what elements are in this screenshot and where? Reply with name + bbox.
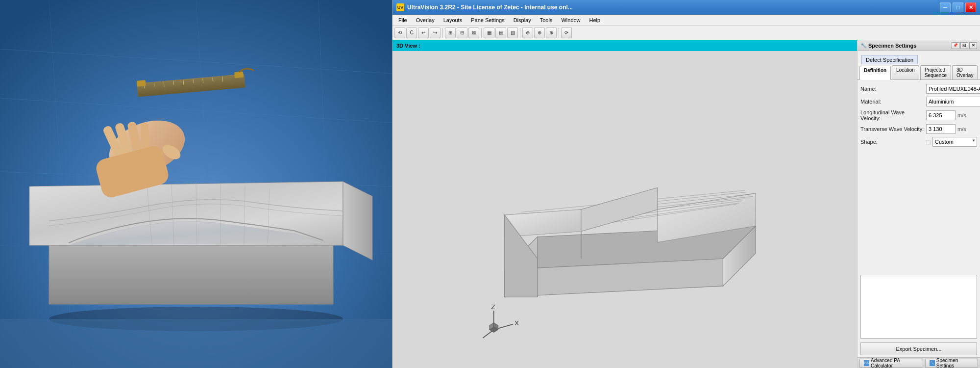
svg-line-30	[193, 79, 194, 83]
menu-file[interactable]: File	[394, 16, 411, 24]
settings-form: Name: Material: 📂 Longitudinal Wave Velo…	[858, 80, 980, 273]
app-window: UV UltraVision 3.2R2 - Site License of Z…	[392, 0, 980, 368]
settings-title-bar: 🔧 Specimen Settings 📌 ◱ ✕	[858, 40, 980, 51]
toolbar-separator-4	[559, 28, 559, 38]
tab-row: Definition Location Projected Sequence 3…	[858, 65, 980, 80]
shape-select[interactable]: Custom Flat Cylinder Pipe Sphere	[932, 137, 977, 147]
toolbar-separator-1	[442, 28, 443, 38]
menu-tools[interactable]: Tools	[536, 16, 557, 24]
menu-display[interactable]: Display	[510, 16, 535, 24]
toolbar-btn-5[interactable]: ⊞	[445, 27, 456, 38]
specimen-settings-label: Specimen Settings	[936, 358, 974, 368]
settings-title-controls: 📌 ◱ ✕	[952, 42, 977, 49]
settings-float-btn[interactable]: ◱	[960, 42, 968, 49]
bottom-tab-bar: PA Advanced PA Calculator 🔧 Specimen Set…	[858, 357, 980, 368]
minimize-button[interactable]: ─	[940, 2, 951, 12]
shape-icon: ⬚	[926, 139, 931, 145]
view-3d-content[interactable]: X Z	[392, 51, 857, 368]
toolbar-btn-10[interactable]: ▧	[507, 27, 518, 38]
advanced-pa-label: Advanced PA Calculator	[871, 358, 919, 368]
material-row: Material: 📂	[860, 97, 977, 106]
settings-panel-title: Specimen Settings	[868, 43, 916, 49]
svg-rect-34	[137, 80, 146, 87]
shape-select-wrapper: Custom Flat Cylinder Pipe Sphere ▼	[932, 137, 977, 147]
name-input[interactable]	[926, 84, 980, 94]
app-title: UltraVision 3.2R2 - Site License of Zete…	[407, 4, 573, 11]
toolbar-separator-3	[520, 28, 520, 38]
main-content: 3D View :	[392, 40, 980, 368]
photo-container	[0, 0, 392, 368]
advanced-pa-icon: PA	[864, 360, 869, 366]
settings-close-btn[interactable]: ✕	[969, 42, 977, 49]
tab-location[interactable]: Location	[892, 65, 919, 79]
svg-rect-37	[0, 319, 392, 368]
advanced-pa-tab[interactable]: PA Advanced PA Calculator	[859, 359, 923, 368]
svg-text:Z: Z	[491, 303, 495, 311]
view-3d-label: 3D View :	[396, 43, 420, 49]
menu-bar: File Overlay Layouts Pane Settings Displ…	[392, 15, 980, 26]
svg-rect-35	[234, 72, 244, 79]
view-3d-header: 3D View :	[392, 40, 857, 51]
menu-help[interactable]: Help	[586, 16, 605, 24]
toolbar-btn-2[interactable]: C	[406, 27, 417, 38]
tab-definition[interactable]: Definition	[859, 66, 891, 80]
defect-specification-tab[interactable]: Defect Specification	[861, 55, 918, 64]
title-bar: UV UltraVision 3.2R2 - Site License of Z…	[392, 0, 980, 15]
toolbar-btn-13[interactable]: ⊕	[546, 27, 557, 38]
shape-row: Shape: ⬚ Custom Flat Cylinder Pipe Spher…	[860, 137, 977, 147]
toolbar-btn-9[interactable]: ▤	[495, 27, 506, 38]
menu-overlay[interactable]: Overlay	[412, 16, 439, 24]
restore-button[interactable]: □	[953, 2, 963, 12]
long-wave-label: Longitudinal Wave Velocity:	[860, 109, 924, 121]
svg-line-26	[154, 83, 154, 87]
svg-marker-8	[49, 245, 333, 304]
specimen-settings-tab[interactable]: 🔧 Specimen Settings	[925, 359, 978, 368]
trans-wave-input[interactable]	[926, 124, 956, 134]
menu-pane-settings[interactable]: Pane Settings	[467, 16, 509, 24]
trans-wave-row: Transverse Wave Velocity: m/s	[860, 124, 977, 134]
defect-spec-section: Defect Specification	[858, 51, 980, 64]
specimen-settings-panel: 🔧 Specimen Settings 📌 ◱ ✕ Defect Specifi…	[858, 40, 980, 368]
close-button[interactable]: ✕	[965, 2, 976, 12]
menu-layouts[interactable]: Layouts	[440, 16, 466, 24]
name-row: Name:	[860, 84, 977, 94]
title-bar-left: UV UltraVision 3.2R2 - Site License of Z…	[396, 3, 573, 11]
toolbar-btn-1[interactable]: ⟲	[394, 27, 405, 38]
settings-pin-btn[interactable]: 📌	[952, 42, 959, 49]
long-wave-input[interactable]	[926, 110, 956, 120]
title-bar-controls: ─ □ ✕	[940, 2, 976, 12]
name-label: Name:	[860, 86, 924, 92]
toolbar-btn-6[interactable]: ⊟	[457, 27, 467, 38]
toolbar-btn-4[interactable]: ↪	[430, 27, 441, 38]
tab-3d-overlay[interactable]: 3D Overlay	[952, 65, 978, 79]
specimen-3d-view: X Z	[392, 51, 857, 368]
specimen-settings-icon: 🔧	[930, 360, 935, 366]
svg-text:X: X	[514, 319, 519, 327]
long-wave-unit: m/s	[957, 112, 970, 118]
trans-wave-unit: m/s	[957, 126, 970, 132]
shape-control: ⬚ Custom Flat Cylinder Pipe Sphere ▼	[926, 137, 977, 147]
shape-preview	[860, 275, 977, 339]
toolbar-btn-11[interactable]: ⊕	[522, 27, 533, 38]
svg-line-32	[213, 78, 213, 81]
app-icon: UV	[396, 3, 404, 11]
export-specimen-button[interactable]: Export Specimen...	[860, 342, 977, 355]
toolbar-btn-7[interactable]: ⊠	[468, 27, 479, 38]
toolbar: ⟲ C ↩ ↪ ⊞ ⊟ ⊠ ▦ ▤ ▧ ⊕ ⊕ ⊕ ⟳	[392, 26, 980, 40]
toolbar-btn-12[interactable]: ⊕	[534, 27, 545, 38]
tab-projected-sequence[interactable]: Projected Sequence	[920, 65, 951, 79]
material-label: Material:	[860, 99, 924, 105]
svg-line-28	[173, 81, 174, 85]
photo-panel	[0, 0, 392, 368]
material-input[interactable]	[926, 97, 980, 106]
view-3d-panel: 3D View :	[392, 40, 858, 368]
menu-window[interactable]: Window	[557, 16, 584, 24]
shape-label: Shape:	[860, 139, 924, 145]
toolbar-btn-14[interactable]: ⟳	[561, 27, 572, 38]
trans-wave-label: Transverse Wave Velocity:	[860, 126, 924, 132]
settings-icon: 🔧	[860, 43, 866, 48]
long-wave-row: Longitudinal Wave Velocity: m/s	[860, 109, 977, 121]
toolbar-btn-8[interactable]: ▦	[484, 27, 494, 38]
toolbar-separator-2	[481, 28, 482, 38]
toolbar-btn-3[interactable]: ↩	[418, 27, 429, 38]
